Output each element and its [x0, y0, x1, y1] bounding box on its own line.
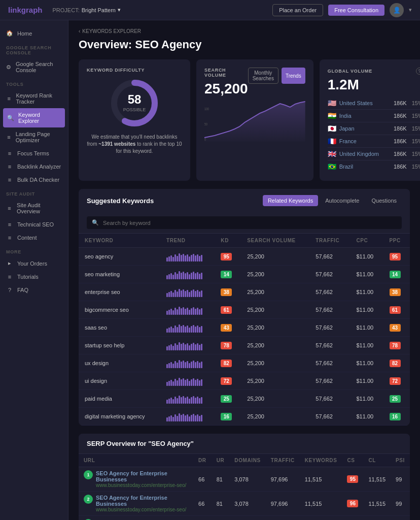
table-row[interactable]: ui design 72 25,200 57,662 $11.00 72 — [79, 372, 410, 390]
sidebar-item-tseo[interactable]: ≡ Technical SEO — [0, 218, 68, 231]
trends-button[interactable]: Trends — [282, 68, 305, 84]
sidebar-item-krt[interactable]: ≡ Keyword Rank Tracker — [0, 89, 68, 108]
serp-table-row[interactable]: 1 SEO Agency for Enterprise Businesses w… — [79, 467, 410, 492]
country-link[interactable]: Japan — [339, 125, 391, 132]
sidebar-item-bda[interactable]: ≡ Bulk DA Checker — [0, 173, 68, 186]
sidebar-section-gsc: GOOGLE SEARCH CONSOLE — [0, 40, 68, 57]
tab-autocomplete[interactable]: Autocomplete — [320, 195, 364, 206]
table-row[interactable]: seo agency 95 25,200 57,662 $11.00 95 — [79, 248, 410, 266]
country-link[interactable]: United States — [339, 100, 391, 106]
serp-keywords-cell: 11,515 — [300, 492, 342, 516]
trend-bar — [197, 361, 198, 368]
sidebar-item-home[interactable]: 🏠 Home — [0, 26, 68, 40]
sidebar-item-tutorials[interactable]: ≡ Tutorials — [0, 270, 68, 283]
cpc-cell: $11.00 — [350, 283, 383, 301]
serp-col-psi: PSI — [391, 454, 410, 467]
info-icon[interactable]: ? — [416, 68, 420, 75]
sv-label: SEARCH VOLUME — [204, 68, 248, 78]
sv-value: 25,200 — [204, 81, 248, 97]
sidebar-item-ba[interactable]: ≡ Backlink Analyzer — [0, 160, 68, 173]
sao-icon: ≡ — [6, 205, 13, 211]
trend-bar — [201, 308, 202, 315]
global-volume-card: GLOBAL VOLUME ? 1.2M 🇺🇸 United States 18… — [320, 59, 420, 181]
table-row[interactable]: seo marketing 14 25,200 57,662 $11.00 14 — [79, 266, 410, 283]
trend-bar — [174, 326, 176, 333]
traffic-cell: 57,662 — [309, 354, 350, 372]
table-row[interactable]: startup seo help 78 25,200 57,662 $11.00… — [79, 337, 410, 354]
search-icon: 🔍 — [92, 219, 99, 226]
avatar-dropdown[interactable]: ▾ — [409, 7, 412, 13]
trend-bar — [197, 379, 198, 386]
serp-table-row[interactable]: 3 SEO Agency for Enterprise Businesses w… — [79, 516, 410, 521]
project-selector[interactable]: Bright Pattern ▾ — [82, 7, 121, 13]
flag-icon: 🇧🇷 — [328, 162, 336, 171]
keyword-search-input[interactable] — [103, 220, 397, 226]
home-icon: 🏠 — [6, 30, 13, 37]
kd-cell: 72 — [215, 372, 241, 390]
trend-bar — [197, 254, 198, 262]
traffic-cell: 57,662 — [309, 301, 350, 319]
trend-bar — [191, 415, 192, 421]
trend-bar — [201, 397, 202, 404]
country-link[interactable]: United Kingdom — [339, 151, 391, 157]
trend-bar — [172, 364, 174, 368]
cpc-cell: $11.00 — [350, 266, 383, 283]
tab-related-keywords[interactable]: Related Keywords — [263, 195, 318, 206]
trend-bar — [187, 308, 188, 315]
cpc-cell: $11.00 — [350, 337, 383, 354]
country-link[interactable]: France — [339, 138, 391, 144]
country-link[interactable]: Brazil — [339, 164, 391, 170]
monthly-searches-button[interactable]: Monthly Searches — [248, 68, 278, 84]
table-row[interactable]: ux design 82 25,200 57,662 $11.00 82 — [79, 354, 410, 372]
ppc-cell: 82 — [383, 354, 410, 372]
keyword-search-bar: 🔍 — [79, 212, 410, 234]
trend-bar — [168, 381, 170, 386]
sidebar-item-ke[interactable]: 🔍 Keyword Explorer — [3, 108, 65, 127]
tab-questions[interactable]: Questions — [366, 195, 402, 206]
col-cpc: CPC — [350, 234, 383, 248]
free-consultation-button[interactable]: Free Consultation — [328, 5, 384, 16]
serp-link[interactable]: SEO Agency for Enterprise Businesses — [96, 495, 188, 507]
serp-link[interactable]: SEO Agency for Enterprise Businesses — [96, 470, 188, 482]
trend-bar — [191, 255, 192, 262]
table-row[interactable]: bigcommerce seo 61 25,200 57,662 $11.00 … — [79, 301, 410, 319]
user-avatar[interactable]: 👤 — [390, 3, 404, 17]
sidebar-item-content[interactable]: ≡ Content — [0, 231, 68, 244]
tutorials-icon: ≡ — [6, 274, 13, 280]
sidebar-item-orders[interactable]: ▸ Your Orders — [0, 256, 68, 270]
table-row[interactable]: saas seo 43 25,200 57,662 $11.00 43 — [79, 319, 410, 337]
serp-dr-cell: 66 — [193, 492, 212, 516]
keyword-cell: seo agency — [79, 248, 160, 266]
breadcrumb-text[interactable]: KEYWORDS EXPLORER — [82, 28, 141, 34]
serp-table-row[interactable]: 2 SEO Agency for Enterprise Businesses w… — [79, 492, 410, 516]
trend-bar — [166, 275, 168, 279]
table-row[interactable]: enterprise seo 38 25,200 57,662 $11.00 3… — [79, 283, 410, 301]
sidebar-item-lpo[interactable]: ≡ Landing Page Optimizer — [0, 127, 68, 147]
table-row[interactable]: paid media 25 25,200 57,662 $11.00 25 — [79, 390, 410, 408]
serp-col-domains: DOMAINS — [229, 454, 265, 467]
trend-bar — [197, 272, 198, 279]
suggested-keywords-title: Suggested Keywords — [87, 197, 154, 205]
trend-bar — [199, 416, 200, 421]
table-row[interactable]: digital marketing agency 16 25,200 57,66… — [79, 408, 410, 426]
cpc-cell: $11.00 — [350, 408, 383, 426]
trend-bar — [174, 343, 176, 350]
trend-bar — [195, 327, 196, 333]
trend-bar — [166, 329, 168, 333]
place-order-button[interactable]: Place an Order — [272, 4, 323, 16]
country-value: 186K — [394, 113, 407, 119]
sidebar: 🏠 Home GOOGLE SEARCH CONSOLE ⚙ Google Se… — [0, 20, 68, 520]
sidebar-item-faq[interactable]: ? FAQ — [0, 283, 68, 297]
sidebar-item-sao[interactable]: ≡ Site Audit Overview — [0, 199, 68, 218]
col-sv: SEARCH VOLUME — [241, 234, 309, 248]
trend-bar — [201, 415, 202, 421]
trend-bar — [172, 275, 174, 279]
trend-bar — [187, 397, 188, 404]
serp-traffic-cell: 97,696 — [266, 467, 300, 492]
country-link[interactable]: India — [339, 113, 391, 119]
sidebar-item-ft[interactable]: ≡ Focus Terms — [0, 147, 68, 160]
col-ppc: PPC — [383, 234, 410, 248]
keyword-cell: enterprise seo — [79, 283, 160, 301]
col-traffic: TRAFFIC — [309, 234, 350, 248]
sidebar-item-gsc[interactable]: ⚙ Google Search Console — [0, 57, 68, 77]
